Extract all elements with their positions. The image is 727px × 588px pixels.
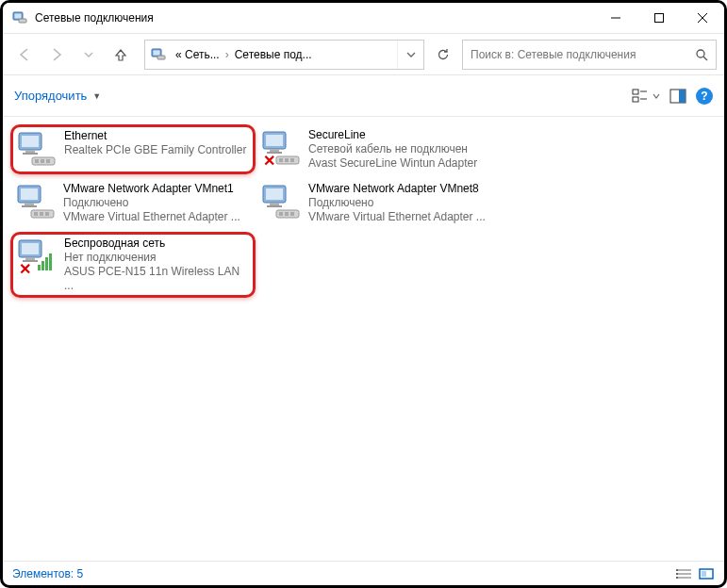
svg-rect-56	[41, 261, 44, 270]
view-options-button[interactable]	[632, 88, 660, 105]
maximize-button[interactable]	[637, 3, 681, 34]
ethernet-adapter-icon	[261, 182, 301, 221]
connection-info: Беспроводная сеть Нет подключения ASUS P…	[64, 237, 249, 293]
svg-rect-50	[290, 212, 294, 216]
svg-rect-45	[270, 203, 279, 205]
svg-rect-19	[22, 136, 39, 147]
connection-item[interactable]: ✕ SecureLine Сетевой кабель не подключен…	[256, 124, 501, 174]
svg-rect-28	[270, 149, 279, 152]
svg-rect-20	[25, 150, 35, 153]
svg-rect-13	[633, 97, 638, 102]
preview-pane-button[interactable]	[669, 88, 686, 105]
svg-rect-44	[266, 188, 283, 200]
svg-rect-42	[45, 212, 49, 216]
svg-rect-52	[22, 243, 39, 254]
up-button[interactable]	[107, 41, 135, 69]
content-area: Ethernet Realtek PCIe GBE Family Control…	[3, 117, 724, 561]
breadcrumb-2[interactable]: Сетевые под...	[231, 48, 316, 61]
svg-rect-24	[41, 159, 44, 163]
svg-line-11	[703, 57, 707, 60]
window-title: Сетевые подключения	[35, 11, 594, 24]
svg-point-10	[697, 50, 704, 57]
connection-name: Ethernet	[64, 129, 246, 143]
connection-name: Беспроводная сеть	[64, 237, 249, 251]
address-dropdown[interactable]	[397, 41, 423, 69]
svg-rect-25	[46, 159, 50, 163]
connection-device: VMware Virtual Ethernet Adapter ...	[308, 210, 486, 224]
connection-status: Сетевой кабель не подключен	[308, 142, 477, 156]
svg-rect-21	[23, 153, 38, 155]
help-button[interactable]: ?	[696, 88, 713, 105]
svg-rect-4	[655, 14, 664, 23]
svg-text:✕: ✕	[263, 153, 275, 168]
svg-rect-37	[25, 203, 34, 205]
connection-status: Подключено	[63, 196, 240, 210]
svg-rect-67	[702, 571, 706, 577]
forward-button[interactable]	[42, 41, 71, 69]
connection-info: VMware Network Adapter VMnet1 Подключено…	[63, 182, 240, 224]
connection-item[interactable]: VMware Network Adapter VMnet1 Подключено…	[10, 178, 256, 228]
svg-rect-53	[25, 257, 35, 260]
svg-rect-36	[21, 188, 38, 200]
recent-dropdown[interactable]	[74, 41, 103, 69]
svg-rect-33	[290, 158, 294, 162]
connection-name: VMware Network Adapter VMnet1	[63, 182, 240, 196]
svg-rect-48	[279, 212, 283, 216]
connection-device: Realtek PCIe GBE Family Controller	[64, 143, 246, 157]
svg-rect-32	[285, 158, 289, 162]
svg-rect-49	[285, 212, 289, 216]
svg-rect-8	[154, 50, 160, 55]
back-button[interactable]	[10, 41, 39, 69]
organize-label: Упорядочить	[14, 89, 87, 103]
svg-rect-57	[45, 257, 48, 270]
address-bar[interactable]: « Сеть... › Сетевые под...	[144, 40, 424, 70]
chevron-down-icon: ▼	[92, 91, 101, 101]
svg-text:✕: ✕	[19, 261, 31, 276]
svg-rect-1	[15, 14, 22, 19]
wifi-adapter-icon: ✕	[17, 237, 57, 276]
connection-name: VMware Network Adapter VMnet8	[308, 182, 486, 196]
svg-rect-40	[34, 212, 38, 216]
svg-rect-23	[35, 159, 39, 163]
organize-menu[interactable]: Упорядочить ▼	[14, 89, 101, 103]
minimize-button[interactable]	[594, 3, 637, 34]
refresh-button[interactable]	[428, 40, 458, 70]
connection-item[interactable]: Ethernet Realtek PCIe GBE Family Control…	[10, 124, 256, 174]
ethernet-adapter-icon: ✕	[261, 128, 301, 168]
connection-device: Avast SecureLine Wintun Adapter	[308, 156, 477, 171]
svg-rect-46	[267, 205, 282, 207]
svg-rect-41	[40, 212, 43, 216]
svg-rect-17	[679, 90, 686, 103]
svg-rect-31	[279, 158, 283, 162]
close-button[interactable]	[681, 3, 724, 34]
svg-rect-12	[633, 90, 638, 94]
chevron-right-icon: ›	[225, 48, 229, 61]
ethernet-adapter-icon	[17, 129, 57, 169]
search-box[interactable]: Поиск в: Сетевые подключения	[462, 40, 717, 70]
search-icon	[695, 48, 708, 61]
connection-name: SecureLine	[308, 128, 477, 142]
svg-rect-2	[19, 19, 26, 23]
item-count: Элементов: 5	[12, 567, 83, 580]
svg-rect-63	[676, 569, 678, 571]
app-icon	[12, 10, 27, 25]
title-bar: Сетевые подключения	[3, 3, 724, 34]
ethernet-adapter-icon	[16, 182, 56, 221]
connection-status: Нет подключения	[64, 251, 249, 265]
svg-rect-9	[157, 56, 165, 59]
search-placeholder: Поиск в: Сетевые подключения	[471, 48, 636, 61]
connection-item[interactable]: VMware Network Adapter VMnet8 Подключено…	[256, 178, 501, 228]
connection-info: Ethernet Realtek PCIe GBE Family Control…	[64, 129, 246, 170]
svg-rect-27	[266, 135, 283, 146]
svg-rect-65	[676, 577, 678, 579]
toolbar: Упорядочить ▼ ?	[3, 75, 724, 117]
connection-item[interactable]: ✕ Беспроводная сеть Нет подключения ASUS…	[10, 232, 256, 298]
location-icon	[151, 47, 166, 62]
svg-rect-38	[22, 205, 37, 207]
network-connections-window: Сетевые подключения	[0, 0, 727, 588]
large-icons-view-icon[interactable]	[698, 567, 715, 580]
details-view-icon[interactable]	[675, 567, 692, 580]
svg-rect-55	[38, 265, 41, 270]
connection-info: SecureLine Сетевой кабель не подключен A…	[308, 128, 477, 171]
breadcrumb-1[interactable]: « Сеть...	[172, 48, 223, 61]
